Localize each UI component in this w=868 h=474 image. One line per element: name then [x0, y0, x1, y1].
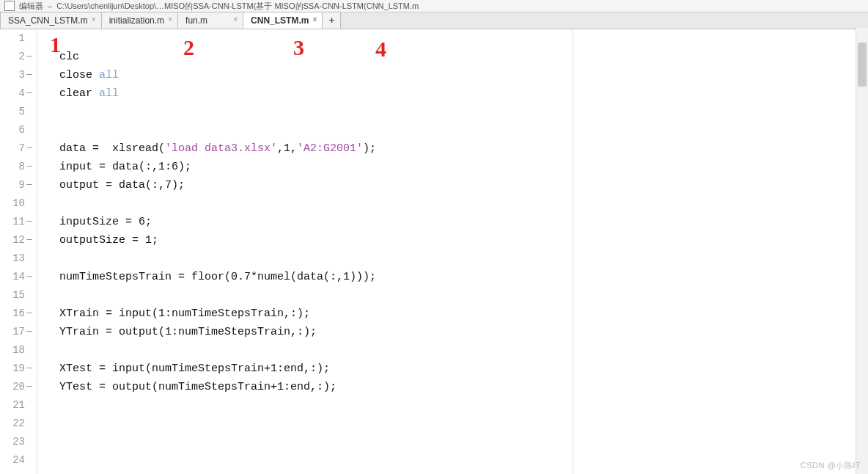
- code-token: clear: [59, 87, 99, 100]
- code-line[interactable]: [37, 341, 868, 360]
- code-line[interactable]: [37, 396, 868, 415]
- titlebar-label: 编辑器: [19, 1, 43, 10]
- tab-label: SSA_CNN_LSTM.m: [8, 15, 88, 26]
- code-token: data = xlsread(: [59, 142, 165, 155]
- line-number: 16: [12, 305, 25, 323]
- tab-bar: SSA_CNN_LSTM.m×initialization.m×fun.m×CN…: [0, 12, 868, 29]
- gutter-row: 20—: [0, 378, 37, 396]
- tab-label: fun.m: [185, 15, 207, 26]
- line-number: 8: [12, 158, 25, 176]
- code-area[interactable]: clcclose allclear alldata = xlsread('loa…: [37, 29, 868, 474]
- code-token: ,1,: [277, 142, 297, 155]
- document-icon: [4, 1, 15, 11]
- code-token: output = data(:,7);: [59, 179, 185, 192]
- code-line[interactable]: YTrain = output(1:numTimeStepsTrain,:);: [37, 323, 868, 341]
- keyword: all: [99, 87, 119, 100]
- split-divider[interactable]: [573, 29, 573, 474]
- code-line[interactable]: [37, 286, 868, 305]
- exec-dash-icon: —: [25, 305, 34, 323]
- code-token: outputSize = 1;: [59, 234, 158, 247]
- code-line[interactable]: data = xlsread('load data3.xlsx',1,'A2:G…: [37, 139, 868, 158]
- code-line[interactable]: inputSize = 6;: [37, 213, 868, 231]
- code-line[interactable]: [37, 433, 868, 451]
- vertical-scrollbar[interactable]: [856, 28, 868, 474]
- code-token: );: [363, 142, 376, 155]
- line-number: 6: [12, 121, 25, 139]
- code-line[interactable]: YTest = output(numTimeStepsTrain+1:end,:…: [37, 378, 868, 396]
- code-line[interactable]: XTest = input(numTimeStepsTrain+1:end,:)…: [37, 360, 868, 378]
- close-icon[interactable]: ×: [89, 15, 98, 24]
- gutter-row: 8—: [0, 158, 37, 176]
- exec-dash-icon: —: [25, 378, 34, 396]
- file-tab-3[interactable]: CNN_LSTM.m×: [243, 12, 323, 29]
- code-token: clc: [59, 51, 79, 63]
- code-line[interactable]: outputSize = 1;: [37, 231, 868, 249]
- exec-dash-icon: —: [25, 268, 34, 286]
- code-line[interactable]: close all: [37, 66, 868, 84]
- gutter-row: 18: [0, 341, 37, 360]
- string-literal: 'load data3.xlsx': [165, 142, 277, 155]
- code-token: YTest = output(numTimeStepsTrain+1:end,:…: [59, 381, 336, 393]
- line-number: 7: [12, 139, 25, 158]
- line-number: 20: [12, 378, 25, 396]
- code-line[interactable]: [37, 121, 868, 139]
- code-line[interactable]: clear all: [37, 84, 868, 103]
- gutter-row: 12—: [0, 231, 37, 249]
- code-line[interactable]: [37, 194, 868, 213]
- line-gutter: 12—3—4—567—8—9—1011—12—1314—1516—17—1819…: [0, 29, 37, 474]
- line-number: 1: [12, 29, 25, 48]
- line-number: 9: [12, 176, 25, 194]
- gutter-row: 17—: [0, 323, 37, 341]
- gutter-row: 15: [0, 286, 37, 305]
- window-titlebar: 编辑器 – C:\Users\chenlijun\Desktop\…MISO的S…: [0, 0, 868, 12]
- new-tab-button[interactable]: +: [322, 12, 341, 29]
- exec-dash-icon: —: [25, 139, 34, 158]
- line-number: 5: [12, 103, 25, 121]
- code-line[interactable]: clc: [37, 48, 868, 66]
- file-tab-0[interactable]: SSA_CNN_LSTM.m×: [0, 12, 102, 29]
- gutter-row: 22: [0, 415, 37, 433]
- close-icon[interactable]: ×: [231, 15, 240, 24]
- exec-dash-icon: —: [25, 176, 34, 194]
- code-line[interactable]: [37, 415, 868, 433]
- exec-dash-icon: —: [25, 360, 34, 378]
- line-number: 12: [12, 231, 25, 249]
- code-token: inputSize = 6;: [59, 216, 152, 228]
- code-token: close: [59, 69, 99, 81]
- code-token: YTrain = output(1:numTimeStepsTrain,:);: [59, 326, 317, 338]
- close-icon[interactable]: ×: [310, 15, 319, 24]
- scrollbar-thumb[interactable]: [858, 43, 867, 87]
- close-icon[interactable]: ×: [166, 15, 174, 24]
- code-line[interactable]: [37, 103, 868, 121]
- line-number: 23: [12, 433, 25, 451]
- code-line[interactable]: [37, 249, 868, 268]
- tab-label: CNN_LSTM.m: [251, 15, 309, 26]
- code-line[interactable]: input = data(:,1:6);: [37, 158, 868, 176]
- file-tab-2[interactable]: fun.m×: [177, 12, 243, 29]
- tab-label: initialization.m: [109, 15, 164, 26]
- code-line[interactable]: [37, 29, 868, 48]
- exec-dash-icon: —: [25, 48, 34, 66]
- line-number: 4: [12, 84, 25, 103]
- keyword: all: [99, 69, 119, 81]
- line-number: 13: [12, 249, 25, 268]
- line-number: 2: [12, 48, 25, 66]
- code-token: numTimeStepsTrain = floor(0.7*numel(data…: [59, 271, 376, 283]
- gutter-row: 6: [0, 121, 37, 139]
- line-number: 22: [12, 415, 25, 433]
- code-line[interactable]: output = data(:,7);: [37, 176, 868, 194]
- line-number: 19: [12, 360, 25, 378]
- file-tab-1[interactable]: initialization.m×: [101, 12, 178, 29]
- gutter-row: 11—: [0, 213, 37, 231]
- line-number: 10: [12, 194, 25, 213]
- gutter-row: 9—: [0, 176, 37, 194]
- gutter-row: 24: [0, 451, 37, 470]
- code-token: XTrain = input(1:numTimeStepsTrain,:);: [59, 307, 310, 320]
- watermark: CSDN @小陈IT: [801, 460, 861, 471]
- code-line[interactable]: XTrain = input(1:numTimeStepsTrain,:);: [37, 305, 868, 323]
- gutter-row: 2—: [0, 48, 37, 66]
- code-line[interactable]: [37, 451, 868, 470]
- code-line[interactable]: numTimeStepsTrain = floor(0.7*numel(data…: [37, 268, 868, 286]
- line-number: 3: [12, 66, 25, 84]
- gutter-row: 3—: [0, 66, 37, 84]
